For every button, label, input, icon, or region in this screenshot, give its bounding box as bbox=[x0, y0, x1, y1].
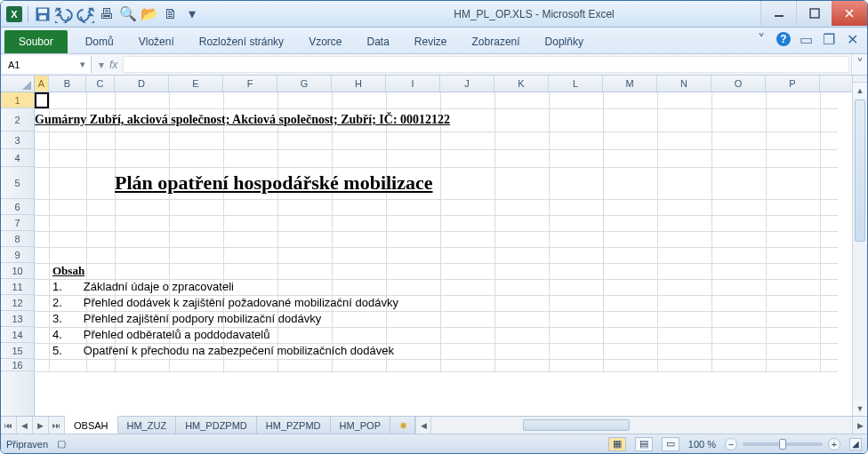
column-header-B[interactable]: B bbox=[49, 76, 86, 92]
split-handle[interactable] bbox=[853, 76, 867, 83]
wb-close-icon[interactable]: ✕ bbox=[844, 31, 860, 47]
wb-restore-icon[interactable]: ❐ bbox=[821, 31, 837, 47]
expand-formula-bar-icon[interactable]: ˅ bbox=[851, 54, 867, 75]
file-tab[interactable]: Soubor bbox=[4, 30, 68, 53]
zoom-in-icon[interactable]: + bbox=[828, 438, 840, 450]
column-header-M[interactable]: M bbox=[603, 76, 657, 92]
scroll-up-icon[interactable]: ▲ bbox=[853, 83, 867, 98]
view-normal-icon[interactable]: ▦ bbox=[608, 437, 626, 451]
row-header-11[interactable]: 11 bbox=[1, 279, 34, 295]
zoom-out-icon[interactable]: − bbox=[725, 438, 737, 450]
minimize-button[interactable] bbox=[760, 1, 796, 26]
column-header-N[interactable]: N bbox=[657, 76, 711, 92]
scroll-track[interactable] bbox=[853, 98, 867, 401]
zoom-knob[interactable] bbox=[779, 439, 786, 450]
horizontal-scrollbar[interactable]: ◀ ▶ bbox=[415, 417, 867, 434]
column-header-A[interactable]: A bbox=[35, 76, 49, 92]
help-icon[interactable]: ? bbox=[776, 32, 791, 46]
tab-home[interactable]: Domů bbox=[73, 30, 126, 53]
row-header-9[interactable]: 9 bbox=[1, 247, 34, 263]
zoom-value[interactable]: 100 % bbox=[688, 439, 716, 450]
fx-dropdown-icon[interactable]: ▾ bbox=[99, 59, 104, 71]
name-box[interactable]: A1 ▾ bbox=[3, 56, 92, 73]
toc-item-4: 4.Přehled odběratelů a poddodavatelů bbox=[52, 327, 852, 343]
sheet-first-icon[interactable]: ⏮ bbox=[1, 417, 17, 434]
qat-customize-icon[interactable]: ▾ bbox=[183, 5, 201, 23]
scroll-thumb[interactable] bbox=[855, 100, 865, 242]
wb-minimize-icon[interactable]: ▭ bbox=[798, 31, 814, 47]
column-header-J[interactable]: J bbox=[440, 76, 494, 92]
row-header-16[interactable]: 16 bbox=[1, 359, 34, 371]
tab-formulas[interactable]: Vzorce bbox=[296, 30, 354, 53]
sheet-tab-hm-zuz[interactable]: HM_ZUZ bbox=[118, 417, 177, 434]
select-all-button[interactable] bbox=[1, 76, 35, 92]
vertical-scrollbar[interactable]: ▲ ▼ bbox=[852, 76, 867, 416]
print-icon[interactable]: 🖶 bbox=[98, 5, 116, 23]
new-sheet-icon[interactable]: ✸ bbox=[390, 417, 415, 434]
row-header-2[interactable]: 2 bbox=[1, 108, 34, 131]
column-header-L[interactable]: L bbox=[549, 76, 603, 92]
toc-item-1: 1.Základní údaje o zpracovateli bbox=[52, 279, 852, 295]
svg-rect-3 bbox=[775, 15, 784, 17]
sheet-last-icon[interactable]: ⏭ bbox=[49, 417, 65, 434]
row-header-14[interactable]: 14 bbox=[1, 327, 34, 343]
view-page-layout-icon[interactable]: ▤ bbox=[635, 437, 653, 451]
tab-layout[interactable]: Rozložení stránky bbox=[187, 30, 296, 53]
tab-review[interactable]: Revize bbox=[402, 30, 460, 53]
redo-icon[interactable] bbox=[76, 5, 94, 23]
hscroll-right-icon[interactable]: ▶ bbox=[852, 417, 867, 434]
row-header-1[interactable]: 1 bbox=[1, 92, 34, 108]
sheet-tab-hm-pop[interactable]: HM_POP bbox=[331, 417, 390, 434]
row-header-15[interactable]: 15 bbox=[1, 343, 34, 359]
resize-grip-icon[interactable]: ◢ bbox=[849, 438, 862, 450]
preview-icon[interactable]: 🔍 bbox=[119, 5, 137, 23]
view-page-break-icon[interactable]: ▭ bbox=[662, 437, 679, 451]
row-header-6[interactable]: 6 bbox=[1, 199, 34, 215]
undo-icon[interactable] bbox=[55, 5, 73, 23]
macro-record-icon[interactable]: ▢ bbox=[57, 438, 66, 450]
formula-bar-buttons: ▾ fx bbox=[93, 54, 123, 75]
open-icon[interactable]: 📂 bbox=[141, 5, 158, 23]
zoom-slider[interactable] bbox=[743, 442, 823, 446]
column-header-I[interactable]: I bbox=[386, 76, 440, 92]
column-header-D[interactable]: D bbox=[115, 76, 169, 92]
name-box-dropdown-icon[interactable]: ▾ bbox=[80, 59, 85, 70]
tab-insert[interactable]: Vložení bbox=[126, 30, 187, 53]
column-header-H[interactable]: H bbox=[332, 76, 386, 92]
tab-addins[interactable]: Doplňky bbox=[533, 30, 596, 53]
column-header-C[interactable]: C bbox=[86, 76, 115, 92]
sheet-tab-hm-pzpmd[interactable]: HM_PZPMD bbox=[257, 417, 331, 434]
column-header-E[interactable]: E bbox=[169, 76, 223, 92]
column-header-G[interactable]: G bbox=[277, 76, 332, 92]
cells-viewport[interactable]: Gumárny Zubří, akciová společnost; Akcio… bbox=[35, 92, 852, 416]
row-header-8[interactable]: 8 bbox=[1, 231, 34, 247]
tab-view[interactable]: Zobrazení bbox=[460, 30, 533, 53]
sheet-tab-obsah[interactable]: OBSAH bbox=[65, 416, 118, 434]
row-header-10[interactable]: 10 bbox=[1, 263, 34, 279]
save-icon[interactable] bbox=[34, 5, 52, 23]
sheet-next-icon[interactable]: ▶ bbox=[33, 417, 49, 434]
row-header-3[interactable]: 3 bbox=[1, 131, 34, 149]
close-button[interactable] bbox=[832, 1, 867, 26]
column-header-K[interactable]: K bbox=[494, 76, 549, 92]
sheet-tab-hm-pdzpmd[interactable]: HM_PDZPMD bbox=[176, 417, 257, 434]
row-header-4[interactable]: 4 bbox=[1, 149, 34, 167]
tab-data[interactable]: Data bbox=[354, 30, 401, 53]
row-header-7[interactable]: 7 bbox=[1, 215, 34, 231]
column-header-P[interactable]: P bbox=[766, 76, 820, 92]
fx-icon[interactable]: fx bbox=[109, 59, 117, 71]
column-header-O[interactable]: O bbox=[711, 76, 766, 92]
minimize-ribbon-icon[interactable]: ˅ bbox=[753, 31, 769, 47]
sheet-prev-icon[interactable]: ◀ bbox=[17, 417, 33, 434]
hscroll-left-icon[interactable]: ◀ bbox=[416, 417, 431, 434]
formula-input[interactable] bbox=[123, 56, 849, 73]
hscroll-thumb[interactable] bbox=[523, 419, 630, 431]
column-header-F[interactable]: F bbox=[223, 76, 277, 92]
row-header-5[interactable]: 5 bbox=[1, 167, 34, 199]
new-icon[interactable]: 🗎 bbox=[162, 5, 180, 23]
scroll-down-icon[interactable]: ▼ bbox=[853, 401, 867, 416]
row-header-12[interactable]: 12 bbox=[1, 295, 34, 311]
toc-item-3: 3.Přehled zajištění podpory mobilizační … bbox=[52, 311, 852, 327]
maximize-button[interactable] bbox=[796, 1, 832, 26]
row-header-13[interactable]: 13 bbox=[1, 311, 34, 327]
